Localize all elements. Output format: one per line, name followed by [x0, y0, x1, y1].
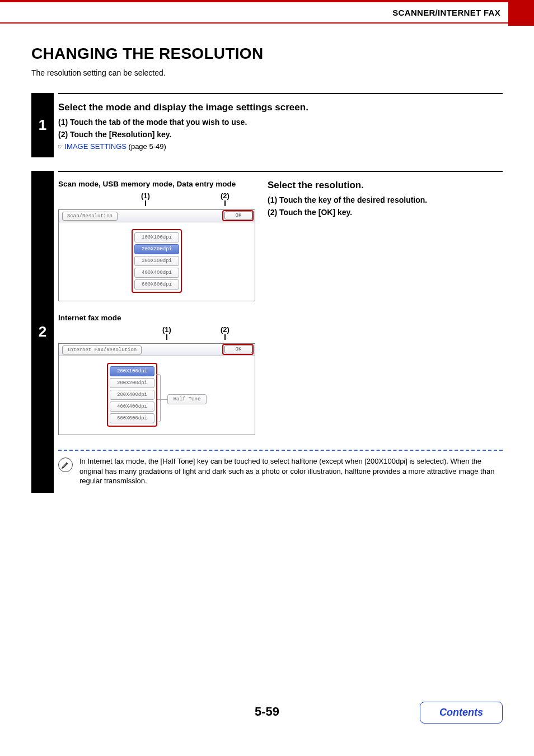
res-option[interactable]: 200X400dpi: [110, 390, 154, 400]
step2-item1: (1) Touch the key of the desired resolut…: [268, 195, 503, 204]
callout-a1: (1): [141, 192, 150, 206]
note-separator: [58, 450, 503, 451]
header-bar: SCANNER/INTERNET FAX: [0, 0, 534, 24]
halftone-button[interactable]: Half Tone: [167, 394, 207, 404]
step-1: 1 Select the mode and display the image …: [31, 93, 503, 157]
step-number-1: 1: [31, 93, 54, 157]
panel-a-options: 100X100dpi 200X200dpi 300X300dpi 400X400…: [132, 229, 182, 293]
res-option[interactable]: 400X400dpi: [134, 268, 179, 278]
callout-b2: (2): [221, 325, 229, 340]
step2-item2: (2) Touch the [OK] key.: [268, 208, 503, 217]
panel-b-title: Internet Fax/Resolution: [62, 346, 142, 354]
xref-link[interactable]: IMAGE SETTINGS: [64, 142, 127, 151]
pointer-icon: ☞: [58, 142, 63, 151]
contents-button[interactable]: Contents: [420, 702, 503, 724]
res-option[interactable]: 100X100dpi: [134, 232, 179, 242]
note-text: In Internet fax mode, the [Half Tone] ke…: [79, 456, 503, 486]
res-option[interactable]: 300X300dpi: [134, 256, 179, 266]
pencil-icon: [58, 458, 73, 472]
res-option[interactable]: 200X100dpi: [110, 366, 154, 376]
panel-b-ok[interactable]: OK: [224, 345, 252, 353]
res-option[interactable]: 200X200dpi: [110, 378, 154, 388]
panel-scan-resolution: Scan/Resolution OK 100X100dpi 200X200dpi…: [58, 209, 255, 301]
mode-a-label: Scan mode, USB memory mode, Data entry m…: [58, 180, 255, 188]
res-option[interactable]: 600X600dpi: [110, 413, 154, 423]
step2-heading: Select the resolution.: [268, 180, 503, 191]
callout-a2: (2): [221, 192, 229, 206]
res-option[interactable]: 600X600dpi: [134, 279, 179, 290]
res-option[interactable]: 400X400dpi: [110, 402, 154, 412]
step1-item1: (1) Touch the tab of the mode that you w…: [58, 118, 503, 127]
step-number-2: 2: [31, 171, 54, 493]
step-2: 2 Scan mode, USB memory mode, Data entry…: [31, 171, 503, 493]
note: In Internet fax mode, the [Half Tone] ke…: [58, 456, 503, 486]
panel-a-title: Scan/Resolution: [62, 212, 118, 221]
panel-ifax-resolution: Internet Fax/Resolution OK 200X100dpi 20…: [58, 343, 255, 435]
panel-a-ok[interactable]: OK: [224, 211, 252, 220]
step1-heading: Select the mode and display the image se…: [58, 102, 503, 113]
step1-item2: (2) Touch the [Resolution] key.: [58, 130, 503, 139]
intro-text: The resolution setting can be selected.: [31, 68, 503, 77]
step1-ref: ☞ IMAGE SETTINGS (page 5-49): [58, 142, 503, 151]
callout-b1: (1): [162, 325, 171, 340]
res-option[interactable]: 200X200dpi: [134, 244, 179, 254]
page-title: CHANGING THE RESOLUTION: [31, 45, 503, 63]
mode-b-label: Internet fax mode: [58, 314, 255, 322]
panel-b-options: 200X100dpi 200X200dpi 200X400dpi 400X400…: [107, 363, 157, 427]
xref-suffix: (page 5-49): [127, 142, 166, 151]
breadcrumb: SCANNER/INTERNET FAX: [392, 8, 500, 17]
